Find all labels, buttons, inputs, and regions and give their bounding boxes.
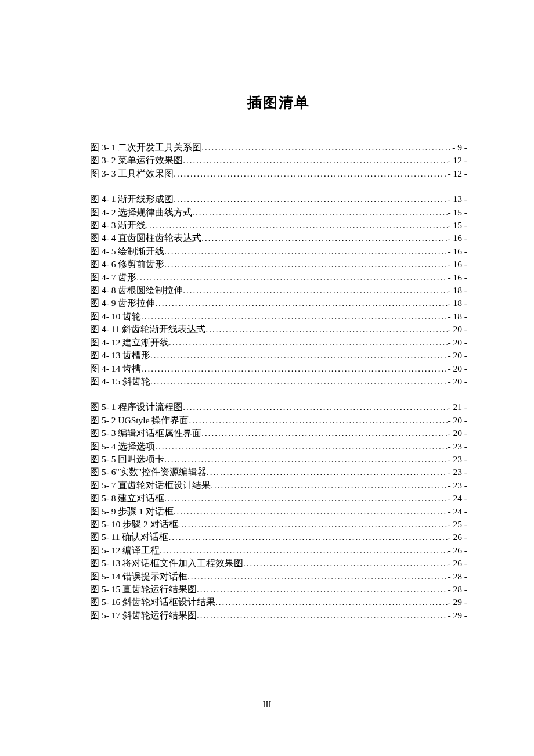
toc-entry-page: - 18 - <box>448 310 467 323</box>
toc-line: 图 5- 1 程序设计流程图- 21 - <box>90 401 467 413</box>
page-title: 插图清单 <box>90 93 467 112</box>
toc-entry-label: 图 4- 1 渐开线形成图 <box>90 193 174 206</box>
toc-line: 图 4- 15 斜齿轮- 20 - <box>90 375 467 388</box>
toc-leader-dots <box>174 193 448 206</box>
toc-line: 图 4- 13 齿槽形- 20 - <box>90 349 467 362</box>
toc-leader-dots <box>197 583 448 596</box>
toc-line: 图 4- 7 齿形- 16 - <box>90 271 467 284</box>
toc-entry-label: 图 5- 17 斜齿轮运行结果图 <box>90 609 197 622</box>
toc-entry-page: - 12 - <box>448 167 467 180</box>
toc-entry-label: 图 5- 15 直齿轮运行结果图 <box>90 583 197 596</box>
toc-entry-label: 图 4- 6 修剪前齿形 <box>90 258 164 271</box>
toc-entry-label: 图 4- 5 绘制渐开线 <box>90 245 164 258</box>
toc-line: 图 5- 9 步骤 1 对话框- 24 - <box>90 505 467 518</box>
toc-body: 图 3- 1 二次开发工具关系图- 9 -图 3- 2 菜单运行效果图- 12 … <box>90 141 467 622</box>
toc-entry-label: 图 4- 2 选择规律曲线方式 <box>90 206 192 219</box>
toc-group: 图 5- 1 程序设计流程图- 21 -图 5- 2 UGStyle 操作界面-… <box>90 401 467 622</box>
toc-line: 图 4- 4 直齿圆柱齿轮表达式- 16 - <box>90 232 467 244</box>
toc-entry-label: 图 5- 10 步骤 2 对话框 <box>90 518 178 531</box>
toc-entry-label: 图 3- 2 菜单运行效果图 <box>90 154 183 167</box>
toc-entry-page: - 23 - <box>448 466 467 478</box>
toc-line: 图 5- 14 错误提示对话框- 28 - <box>90 570 467 583</box>
toc-leader-dots <box>164 258 448 271</box>
toc-entry-page: - 24 - <box>448 505 467 518</box>
toc-leader-dots <box>201 232 448 244</box>
toc-entry-page: - 20 - <box>448 362 467 375</box>
toc-entry-label: 图 5- 12 编译工程 <box>90 544 160 557</box>
toc-entry-page: - 18 - <box>448 297 467 309</box>
toc-line: 图 5- 10 步骤 2 对话框- 25 - <box>90 518 467 531</box>
toc-entry-page: - 28 - <box>448 570 467 583</box>
toc-line: 图 4- 6 修剪前齿形- 16 - <box>90 258 467 271</box>
toc-line: 图 5- 15 直齿轮运行结果图- 28 - <box>90 583 467 596</box>
toc-leader-dots <box>201 141 452 154</box>
toc-leader-dots <box>192 206 448 219</box>
toc-line: 图 4- 14 齿槽- 20 - <box>90 362 467 375</box>
toc-entry-page: - 20 - <box>448 375 467 388</box>
toc-leader-dots <box>201 427 448 440</box>
toc-entry-page: - 9 - <box>452 141 467 154</box>
toc-entry-page: - 20 - <box>448 349 467 362</box>
toc-entry-label: 图 5- 14 错误提示对话框 <box>90 570 187 583</box>
toc-leader-dots <box>183 401 448 413</box>
toc-line: 图 5- 17 斜齿轮运行结果图- 29 - <box>90 609 467 622</box>
toc-line: 图 5- 4 选择选项- 23 - <box>90 440 467 453</box>
toc-entry-label: 图 4- 13 齿槽形 <box>90 349 150 362</box>
toc-entry-label: 图 4- 4 直齿圆柱齿轮表达式 <box>90 232 201 244</box>
toc-entry-label: 图 5- 8 建立对话框 <box>90 492 164 505</box>
toc-line: 图 4- 5 绘制渐开线- 16 - <box>90 245 467 258</box>
toc-entry-page: - 23 - <box>448 479 467 492</box>
toc-entry-label: 图 4- 15 斜齿轮 <box>90 375 150 388</box>
toc-entry-page: - 23 - <box>448 440 467 453</box>
toc-entry-page: - 23 - <box>448 453 467 466</box>
toc-line: 图 4- 11 斜齿轮渐开线表达式- 20 - <box>90 323 467 336</box>
toc-line: 图 4- 1 渐开线形成图- 13 - <box>90 193 467 206</box>
toc-entry-page: - 18 - <box>448 284 467 297</box>
toc-group: 图 3- 1 二次开发工具关系图- 9 -图 3- 2 菜单运行效果图- 12 … <box>90 141 467 180</box>
toc-entry-page: - 29 - <box>448 609 467 622</box>
toc-leader-dots <box>205 323 448 336</box>
toc-entry-label: 图 4- 10 齿轮 <box>90 310 141 323</box>
toc-entry-label: 图 5- 1 程序设计流程图 <box>90 401 183 413</box>
toc-entry-label: 图 5- 4 选择选项 <box>90 440 155 453</box>
toc-entry-label: 图 5- 9 步骤 1 对话框 <box>90 505 174 518</box>
toc-entry-page: - 24 - <box>448 492 467 505</box>
toc-entry-label: 图 5- 11 确认对话框 <box>90 531 168 543</box>
toc-line: 图 5- 13 将对话框文件加入工程效果图- 26 - <box>90 557 467 570</box>
toc-entry-page: - 26 - <box>448 531 467 543</box>
toc-entry-label: 图 5- 6"实数"控件资源编辑器 <box>90 466 207 478</box>
toc-line: 图 4- 3 渐开线- 15 - <box>90 219 467 232</box>
toc-leader-dots <box>187 570 448 583</box>
toc-entry-page: - 20 - <box>448 427 467 440</box>
toc-entry-page: - 13 - <box>448 193 467 206</box>
toc-leader-dots <box>136 271 448 284</box>
toc-entry-page: - 25 - <box>448 518 467 531</box>
toc-entry-page: - 20 - <box>448 323 467 336</box>
toc-line: 图 3- 1 二次开发工具关系图- 9 - <box>90 141 467 154</box>
toc-line: 图 3- 2 菜单运行效果图- 12 - <box>90 154 467 167</box>
toc-leader-dots <box>215 596 448 609</box>
toc-line: 图 3- 3 工具栏效果图- 12 - <box>90 167 467 180</box>
toc-line: 图 5- 11 确认对话框- 26 - <box>90 531 467 543</box>
toc-entry-page: - 20 - <box>448 414 467 427</box>
toc-entry-page: - 21 - <box>448 401 467 413</box>
toc-leader-dots <box>164 492 448 505</box>
toc-leader-dots <box>141 362 448 375</box>
toc-entry-page: - 15 - <box>448 206 467 219</box>
toc-leader-dots <box>150 349 448 362</box>
toc-leader-dots <box>164 453 448 466</box>
toc-line: 图 4- 10 齿轮- 18 - <box>90 310 467 323</box>
toc-leader-dots <box>146 219 448 232</box>
toc-line: 图 5- 6"实数"控件资源编辑器- 23 - <box>90 466 467 478</box>
toc-entry-page: - 15 - <box>448 219 467 232</box>
toc-leader-dots <box>178 518 448 531</box>
page-number: III <box>0 700 534 710</box>
toc-line: 图 4- 12 建立渐开线- 20 - <box>90 336 467 349</box>
toc-entry-page: - 12 - <box>448 154 467 167</box>
toc-entry-label: 图 4- 8 齿根圆绘制拉伸 <box>90 284 183 297</box>
toc-leader-dots <box>183 284 448 297</box>
toc-entry-label: 图 4- 12 建立渐开线 <box>90 336 169 349</box>
toc-entry-page: - 16 - <box>448 245 467 258</box>
toc-entry-label: 图 3- 3 工具栏效果图 <box>90 167 174 180</box>
toc-leader-dots <box>164 245 448 258</box>
